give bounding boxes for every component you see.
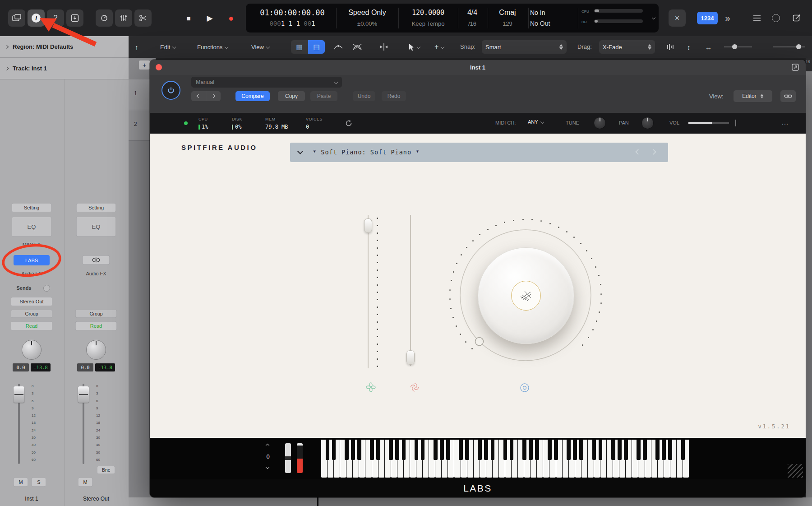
- black-key[interactable]: [637, 440, 641, 460]
- grid-view-button[interactable]: ▦: [291, 40, 308, 54]
- black-key[interactable]: [402, 440, 406, 460]
- plugin-pan-knob[interactable]: [641, 117, 654, 129]
- side-chain-link-button[interactable]: [780, 90, 796, 102]
- black-key[interactable]: [389, 440, 393, 460]
- plugin-title-bar[interactable]: Inst 1: [150, 60, 806, 75]
- preset-dropdown[interactable]: Manual: [191, 77, 342, 88]
- black-key[interactable]: [618, 440, 622, 460]
- count-in-badge[interactable]: 1234: [697, 12, 718, 24]
- black-key[interactable]: [599, 440, 603, 460]
- dial-handle[interactable]: [475, 338, 484, 346]
- automation-mode-button[interactable]: Read: [11, 321, 52, 330]
- automation-mode-button[interactable]: Read: [75, 321, 117, 330]
- black-key[interactable]: [376, 440, 380, 460]
- black-key[interactable]: [415, 440, 419, 460]
- pan-value[interactable]: 0.0: [13, 363, 29, 371]
- scroll-to-top-button[interactable]: ↑: [135, 36, 138, 58]
- horizontal-zoom-button[interactable]: ↔: [705, 36, 712, 58]
- octave-down-icon[interactable]: [266, 465, 269, 469]
- black-key[interactable]: [491, 440, 495, 460]
- bounce-button[interactable]: Bnc: [97, 466, 115, 474]
- black-key[interactable]: [465, 440, 469, 460]
- audio-fx-slot[interactable]: Audio FX: [76, 270, 116, 277]
- view-mode-dropdown[interactable]: Editor: [734, 90, 772, 102]
- copy-button[interactable]: Copy: [278, 91, 305, 101]
- lcd-display[interactable]: 01:00:00:00.00 0001 1 1 001 Speed Only ±…: [246, 4, 659, 32]
- midi-ch-dropdown[interactable]: ANY: [528, 119, 544, 125]
- black-key[interactable]: [662, 440, 666, 460]
- fader-handle[interactable]: [78, 386, 89, 403]
- more-tools-button[interactable]: »: [720, 9, 735, 27]
- black-key[interactable]: [643, 440, 647, 460]
- instrument-slot-labs[interactable]: LABS: [14, 255, 50, 265]
- pop-out-icon[interactable]: [791, 63, 799, 71]
- group-button[interactable]: Group: [11, 310, 52, 318]
- pointer-tool-dropdown[interactable]: [408, 36, 420, 58]
- black-key[interactable]: [421, 440, 425, 460]
- black-key[interactable]: [326, 440, 330, 460]
- mute-button[interactable]: M: [78, 478, 92, 487]
- black-key[interactable]: [655, 440, 660, 460]
- black-key[interactable]: [522, 440, 526, 460]
- waveform-zoom-button[interactable]: [666, 36, 674, 58]
- channel-fader[interactable]: 036912182430405060: [77, 383, 110, 465]
- black-key[interactable]: [573, 440, 577, 460]
- help-button[interactable]: ?: [47, 9, 64, 27]
- media-browser-button[interactable]: [8, 9, 25, 27]
- next-preset-button[interactable]: [206, 91, 221, 101]
- black-key[interactable]: [579, 440, 583, 460]
- mod-wheel[interactable]: [297, 443, 303, 473]
- group-button[interactable]: Group: [75, 310, 117, 318]
- more-options-icon[interactable]: …: [781, 118, 789, 126]
- redo-button[interactable]: Redo: [382, 91, 406, 101]
- black-key[interactable]: [484, 440, 488, 460]
- fader-handle[interactable]: [14, 386, 24, 403]
- paste-button[interactable]: Paste: [310, 91, 337, 101]
- volume-value[interactable]: -13.8: [31, 363, 51, 371]
- channel-fader[interactable]: 036912182430405060: [13, 383, 45, 465]
- split-tool-button[interactable]: [379, 36, 388, 58]
- toolbar-toggle-button[interactable]: [66, 9, 83, 27]
- black-key[interactable]: [345, 440, 349, 460]
- black-key[interactable]: [554, 440, 558, 460]
- dynamics-slider-handle[interactable]: [364, 218, 372, 233]
- resize-handle[interactable]: [788, 464, 803, 478]
- black-key[interactable]: [446, 440, 450, 460]
- menu-functions[interactable]: Functions: [197, 36, 228, 58]
- audio-fx-slot[interactable]: Audio FX: [12, 270, 51, 277]
- lcd-chevron-icon[interactable]: [652, 16, 655, 19]
- volume-value[interactable]: -13.8: [95, 363, 115, 371]
- channel-setting-button[interactable]: Setting: [12, 203, 51, 212]
- octave-up-icon[interactable]: [266, 444, 269, 447]
- preset-prev-icon[interactable]: [635, 149, 641, 155]
- menu-edit[interactable]: Edit: [160, 36, 175, 58]
- plugin-power-button[interactable]: [161, 81, 180, 100]
- track-inspector-header[interactable]: Track: Inst 1: [0, 58, 129, 79]
- dim-button[interactable]: [96, 9, 113, 27]
- tune-knob[interactable]: [594, 117, 606, 129]
- output-button[interactable]: Stereo Out: [11, 297, 52, 306]
- mixer-button[interactable]: [115, 9, 132, 27]
- list-view-button[interactable]: ▤: [308, 40, 325, 54]
- black-key[interactable]: [478, 440, 482, 460]
- black-key[interactable]: [332, 440, 336, 460]
- automation-curve-button[interactable]: [333, 36, 343, 58]
- black-key[interactable]: [567, 440, 571, 460]
- black-key[interactable]: [548, 440, 552, 460]
- black-key[interactable]: [668, 440, 672, 460]
- vertical-zoom-button[interactable]: ↕: [687, 36, 691, 58]
- sends-label[interactable]: Sends: [8, 284, 40, 292]
- solo-button[interactable]: S: [32, 478, 46, 487]
- vol-slider[interactable]: [688, 122, 729, 124]
- cut-button[interactable]: [134, 9, 152, 27]
- snap-dropdown[interactable]: Smart: [482, 40, 567, 54]
- h-zoom-slider[interactable]: [773, 46, 805, 47]
- pan-knob[interactable]: [86, 340, 106, 360]
- prev-preset-button[interactable]: [191, 91, 206, 101]
- list-editors-button[interactable]: [749, 9, 765, 27]
- pitch-wheel[interactable]: [285, 443, 291, 473]
- stop-button[interactable]: ■: [180, 9, 198, 27]
- menu-view[interactable]: View: [251, 36, 269, 58]
- reverb-icon[interactable]: [409, 382, 420, 393]
- pan-knob[interactable]: [22, 340, 42, 360]
